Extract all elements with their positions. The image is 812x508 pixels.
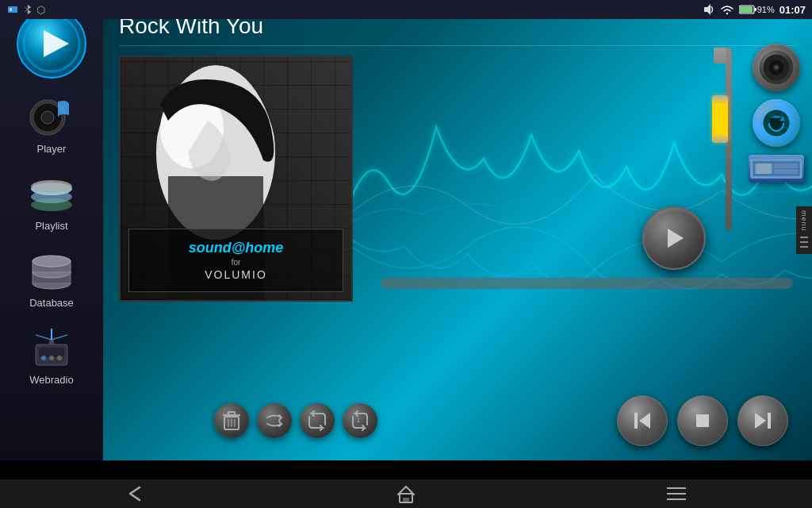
- svg-rect-57: [228, 412, 235, 415]
- playlist-label: Playlist: [35, 220, 67, 232]
- album-sound-text: sound@home: [189, 240, 284, 256]
- battery-percent: 91%: [757, 5, 775, 14]
- svg-rect-48: [774, 169, 798, 174]
- play-button[interactable]: [642, 206, 706, 270]
- usb-status-icon: [6, 3, 19, 16]
- svg-marker-62: [639, 413, 650, 429]
- svg-rect-4: [754, 8, 756, 11]
- menu-lines-icon: [799, 234, 810, 250]
- home-icon: [395, 483, 417, 504]
- sidebar-item-player[interactable]: Player: [0, 86, 103, 163]
- svg-point-11: [41, 111, 54, 124]
- android-icon: ⬡: [36, 4, 45, 16]
- menu-nav-button[interactable]: [645, 482, 708, 506]
- trash-icon: [222, 410, 241, 431]
- svg-rect-64: [696, 414, 709, 427]
- menu-nav-icon: [665, 486, 688, 502]
- sidebar-item-playlist[interactable]: Playlist: [0, 163, 103, 240]
- svg-rect-5: [740, 6, 753, 13]
- shuffle-button[interactable]: [257, 403, 292, 438]
- stop-button[interactable]: [677, 395, 728, 446]
- volume-slider[interactable]: [717, 48, 741, 230]
- sidebar-item-webradio[interactable]: Webradio: [0, 317, 103, 394]
- database-label: Database: [29, 297, 74, 309]
- bottom-nav: [0, 479, 812, 508]
- svg-point-28: [49, 356, 54, 360]
- progress-bar[interactable]: [381, 278, 793, 289]
- svg-text:1: 1: [357, 417, 361, 424]
- right-controls: [749, 44, 804, 183]
- shuffle-icon: [264, 410, 285, 431]
- queue-button[interactable]: [214, 403, 249, 438]
- speaker-1-icon: [758, 49, 795, 86]
- speaker-button-1[interactable]: [753, 44, 800, 91]
- prev-icon: [630, 408, 655, 433]
- svg-marker-23: [48, 340, 55, 344]
- repeat-icon: [307, 410, 327, 431]
- album-art: sound@home for VOLUMIO: [119, 56, 353, 302]
- svg-marker-35: [668, 229, 684, 248]
- album-text-block: sound@home for VOLUMIO: [128, 229, 343, 292]
- repeat-button[interactable]: [300, 403, 335, 438]
- stop-icon: [690, 408, 715, 433]
- svg-point-40: [775, 66, 778, 69]
- webradio-icon-wrap: [24, 325, 79, 372]
- svg-marker-2: [704, 4, 710, 15]
- volume-handle-top: [714, 48, 726, 64]
- sound-icon: [703, 3, 715, 16]
- home-button[interactable]: [374, 482, 438, 506]
- next-button[interactable]: [737, 395, 788, 446]
- svg-rect-63: [634, 413, 638, 429]
- sidebar: Player Playlist Database: [0, 0, 103, 460]
- usb-icon-svg: [749, 155, 804, 183]
- svg-rect-68: [403, 498, 409, 502]
- menu-text: menu: [800, 210, 808, 232]
- next-icon: [750, 408, 776, 433]
- battery-indicator: 91%: [739, 5, 775, 14]
- bluetooth-icon: [22, 3, 33, 16]
- menu-button[interactable]: menu: [796, 206, 812, 254]
- svg-point-15: [31, 180, 72, 193]
- svg-line-25: [36, 335, 52, 340]
- volume-handle[interactable]: [712, 95, 728, 143]
- transport-left-controls: 1: [214, 403, 377, 438]
- waveform-bg: [341, 64, 812, 397]
- speaker-2-icon: [758, 105, 795, 141]
- status-left-icons: ⬡: [6, 3, 45, 16]
- svg-rect-0: [8, 6, 17, 13]
- svg-point-27: [41, 356, 46, 360]
- prev-button[interactable]: [617, 395, 668, 446]
- transport-right-controls: [617, 395, 788, 446]
- svg-rect-47: [774, 164, 798, 168]
- play-button-container[interactable]: [642, 206, 706, 270]
- svg-rect-1: [10, 8, 12, 11]
- svg-point-20: [33, 256, 71, 267]
- player-label: Player: [37, 143, 67, 155]
- album-for-text: for: [232, 258, 241, 267]
- svg-line-26: [52, 335, 67, 340]
- back-button[interactable]: [104, 482, 167, 506]
- status-right-icons: 91% 01:07: [703, 3, 806, 16]
- svg-rect-66: [768, 413, 771, 429]
- player-icon-wrap: [24, 94, 79, 141]
- clock-time: 01:07: [779, 4, 806, 16]
- sidebar-item-database[interactable]: Database: [0, 240, 103, 317]
- database-icon-wrap: [24, 248, 79, 295]
- repeat-one-icon: 1: [350, 410, 370, 431]
- svg-rect-49: [756, 164, 771, 174]
- svg-point-29: [57, 356, 62, 360]
- back-icon: [124, 484, 147, 503]
- svg-marker-65: [755, 413, 766, 429]
- player-area: Rock With You: [103, 0, 812, 460]
- playlist-icon-wrap: [24, 171, 79, 218]
- speaker-button-2[interactable]: [753, 99, 800, 147]
- wifi-icon: [720, 4, 734, 15]
- webradio-label: Webradio: [29, 374, 73, 386]
- status-bar: ⬡ 91% 01:07: [0, 0, 812, 19]
- play-icon: [660, 224, 688, 252]
- battery-icon: [739, 5, 756, 14]
- usb-device-icon[interactable]: [749, 155, 804, 183]
- transport-bar: 1: [206, 389, 796, 452]
- album-volumio-text: VOLUMIO: [205, 268, 267, 281]
- repeat-one-button[interactable]: 1: [343, 403, 377, 438]
